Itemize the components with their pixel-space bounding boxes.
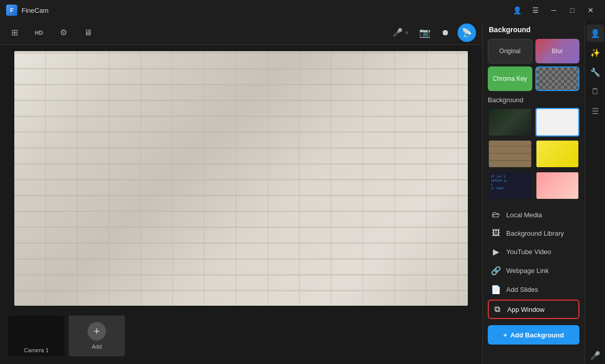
mic-button[interactable]: 🎤 ∨ [388,26,413,39]
account-button[interactable]: 👤 [509,3,525,17]
maximize-button[interactable]: □ [564,3,580,17]
bg-thumb-yellow[interactable] [535,140,580,168]
bg-thumb-pink[interactable] [535,171,580,200]
remove-label: Remove [546,75,569,82]
bg-thumb-brick[interactable] [488,140,532,168]
bg-library-option[interactable]: 🖼 Background Library [488,224,579,242]
app-window-option[interactable]: ⧉ App Window [488,300,579,319]
local-media-option[interactable]: 🗁 Local Media [488,206,579,223]
broadcast-button[interactable]: 📡 [458,24,476,42]
slides-icon: 📄 [491,285,501,294]
sidebar-tools-button[interactable]: 🔧 [587,63,604,81]
titlebar-controls: 👤 ☰ ─ □ ✕ [509,3,599,17]
main: ⊞ HD ⚙ 🖥 🎤 ∨ 📷 ⏺ 📡 Camera [0,20,605,364]
left-panel: ⊞ HD ⚙ 🖥 🎤 ∨ 📷 ⏺ 📡 Camera [0,20,482,364]
camera-1-label: Camera 1 [24,347,49,353]
layout-button[interactable]: ⊞ [6,25,23,41]
titlebar-title: FineCam [21,7,49,14]
blur-button[interactable]: Blur [535,39,580,63]
bg-thumb-code[interactable]: if (x) { return y; } // test [488,171,532,200]
sidebar-mic-button[interactable]: 🎤 [587,347,604,364]
minimize-button[interactable]: ─ [546,3,562,17]
filter-button[interactable]: ⚙ [55,25,72,41]
add-icon: + [88,322,106,340]
original-button[interactable]: Original [488,39,532,63]
sidebar-sticker-button[interactable]: 🗒 [587,83,604,100]
slides-label: Add Slides [506,286,538,293]
add-bg-label: Add Background [510,331,564,339]
add-bg-plus: + [503,331,507,339]
bg-type-row: Original Blur Chroma Key Remove [488,39,579,91]
bg-panel-title: Background [488,26,579,34]
bg-options-list: 🗁 Local Media 🖼 Background Library ▶ You… [488,206,579,319]
logo-text: F [10,7,14,13]
sidebar-person-button[interactable]: 👤 [587,25,604,42]
hd-button[interactable]: HD [31,25,47,41]
titlebar-left: F FineCam [6,5,49,16]
local-media-icon: 🗁 [491,210,501,219]
sidebar-sliders-button[interactable]: ☰ [587,102,604,120]
bg-thumbnails-grid: if (x) { return y; } // test [488,108,579,200]
right-area: Background Original Blur Chroma Key Remo… [482,20,605,364]
toolbar: ⊞ HD ⚙ 🖥 🎤 ∨ 📷 ⏺ 📡 [0,20,482,45]
camera-strip: Camera 1 + Add [0,308,482,364]
app-window-icon: ⧉ [492,305,502,314]
mic-icon: 🎤 [393,28,403,37]
bg-library-icon: 🖼 [491,229,501,238]
webpage-icon: 🔗 [491,266,501,276]
screen-button[interactable]: 🖥 [80,25,96,41]
bg-section-title: Background [488,96,579,104]
chroma-key-button[interactable]: Chroma Key [488,66,532,91]
sidebar-icons: 👤 ✨ 🔧 🗒 ☰ 🎤 [585,20,605,364]
background-panel: Background Original Blur Chroma Key Remo… [482,20,585,364]
camera-thumbnail-1[interactable]: Camera 1 [8,315,64,356]
add-background-button[interactable]: + Add Background [488,325,579,345]
webpage-label: Webpage Link [506,267,549,275]
youtube-label: YouTube Video [506,248,551,256]
add-label: Add [92,344,102,350]
original-label: Original [500,48,521,55]
video-preview [0,45,482,308]
video-frame [14,51,468,306]
local-media-label: Local Media [506,211,542,219]
youtube-video-option[interactable]: ▶ YouTube Video [488,243,579,261]
app-window-label: App Window [507,306,545,313]
mic-chevron: ∨ [405,30,408,35]
app-logo: F [6,5,17,16]
titlebar: F FineCam 👤 ☰ ─ □ ✕ [0,0,605,20]
close-button[interactable]: ✕ [582,3,599,17]
webpage-link-option[interactable]: 🔗 Webpage Link [488,262,579,280]
bg-panel-content: Background Original Blur Chroma Key Remo… [483,20,585,364]
toolbar-right: 🎤 ∨ 📷 ⏺ 📡 [388,24,476,42]
chroma-key-label: Chroma Key [493,75,527,82]
remove-button[interactable]: Remove [535,66,580,91]
add-camera-button[interactable]: + Add [69,315,125,356]
menu-button[interactable]: ☰ [527,3,544,17]
bg-thumb-desk[interactable] [488,108,532,136]
bg-thumb-white[interactable] [535,108,580,136]
youtube-icon: ▶ [491,247,501,257]
blur-label: Blur [552,48,563,55]
record-button[interactable]: ⏺ [437,25,453,41]
bg-library-label: Background Library [506,230,564,237]
sidebar-effects-button[interactable]: ✨ [587,44,604,61]
add-slides-option[interactable]: 📄 Add Slides [488,281,579,299]
camera-snapshot-button[interactable]: 📷 [417,25,433,41]
